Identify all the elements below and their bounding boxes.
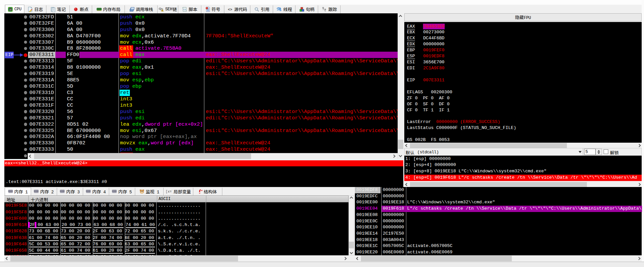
svg-text:!: ! — [162, 9, 163, 11]
svg-text:32: 32 — [9, 8, 12, 10]
svg-text:<>: <> — [183, 8, 186, 11]
svg-text:<>: <> — [228, 8, 232, 12]
svg-text:[x=]: [x=] — [166, 190, 172, 194]
